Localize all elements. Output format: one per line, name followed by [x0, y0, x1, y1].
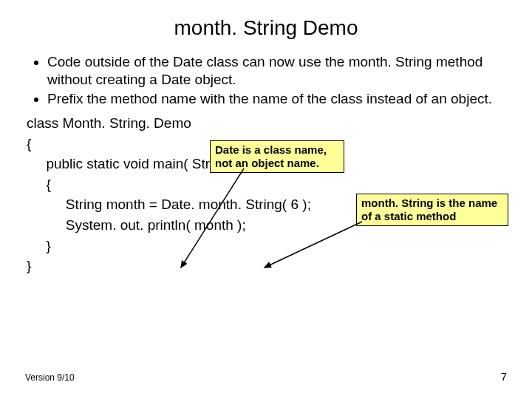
bullet-item: Code outside of the Date class can now u…: [47, 53, 505, 89]
callout-date-class: Date is a class name, not an object name…: [210, 140, 344, 173]
bullet-item: Prefix the method name with the name of …: [47, 90, 505, 108]
callout-line: Date is a class name,: [215, 143, 339, 157]
footer-page-number: 7: [501, 370, 507, 383]
slide-title: month. String Demo: [0, 0, 532, 53]
callout-line: not an object name.: [215, 157, 339, 170]
callout-line: month. String is the name: [361, 197, 503, 210]
callout-monthstring-static: month. String is the name of a static me…: [356, 194, 508, 226]
bullet-list: Code outside of the Date class can now u…: [27, 53, 505, 107]
callout-line: of a static method: [361, 210, 503, 223]
footer-version: Version 9/10: [25, 372, 75, 383]
